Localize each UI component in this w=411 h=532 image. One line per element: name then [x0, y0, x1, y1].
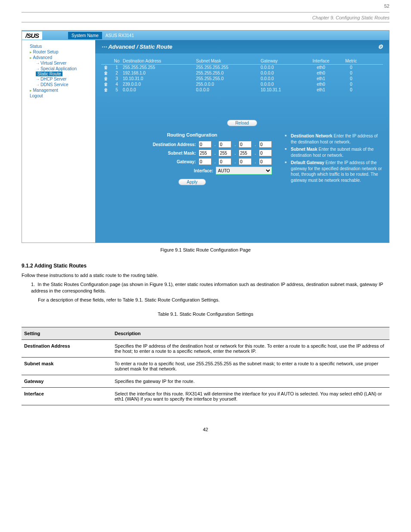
- sidebar-item-static-route[interactable]: Static Route: [36, 72, 62, 76]
- trash-icon[interactable]: 🗑: [104, 87, 108, 92]
- gateway-oct1[interactable]: [199, 158, 212, 165]
- th-description: Description: [112, 327, 389, 340]
- col-no: No: [111, 59, 123, 63]
- dest-addr-oct1[interactable]: [199, 141, 212, 148]
- routing-config-form: Routing Configuration Destination Addres…: [100, 132, 285, 185]
- gateway-oct2[interactable]: [218, 158, 231, 165]
- col-subnet-mask: Subnet Mask: [196, 59, 261, 63]
- reload-button[interactable]: Reload: [227, 120, 257, 126]
- help-panel: Destination Network Enter the IP address…: [285, 132, 385, 185]
- sidebar-item-logout[interactable]: Logout: [30, 93, 95, 99]
- sidebar-item-advanced[interactable]: Advanced: [30, 55, 95, 60]
- table-row: 🗑 1 255.255.255.255 255.255.255.255 0.0.…: [101, 65, 383, 70]
- sidebar-item-router-setup[interactable]: Router Setup: [30, 49, 95, 55]
- col-gateway: Gateway: [261, 59, 304, 63]
- dest-addr-oct4[interactable]: [259, 141, 272, 148]
- col-metric: Metric: [338, 59, 364, 63]
- page-bottom-number: 42: [22, 427, 389, 432]
- route-table: No Destination Address Subnet Mask Gatew…: [101, 58, 383, 93]
- sidebar-nav: Status Router Setup Advanced Virtual Ser…: [22, 40, 95, 243]
- dest-addr-oct3[interactable]: [239, 141, 252, 148]
- page-top-number: 52: [22, 0, 389, 12]
- gateway-label: Gateway:: [177, 159, 196, 164]
- breadcrumb: ⋯ Advanced / Static Route ⚙: [95, 40, 389, 53]
- section-heading-912: 9.1.2 Adding Static Routes: [22, 263, 389, 269]
- table-row: 🗑 5 0.0.0.0 0.0.0.0 10.10.31.1 eth1 0: [101, 87, 383, 93]
- chapter-header: Chapter 9. Configuring Static Routes: [22, 15, 389, 22]
- table-caption: Table 9.1. Static Route Configuration Se…: [22, 311, 389, 317]
- sidebar-item-dhcp-server[interactable]: DHCP Server: [30, 76, 95, 82]
- sidebar-item-ddns-service[interactable]: DDNS Service: [30, 82, 95, 87]
- sidebar-item-virtual-server[interactable]: Virtual Server: [30, 60, 95, 66]
- gateway-oct3[interactable]: [239, 158, 252, 165]
- trash-icon[interactable]: 🗑: [104, 71, 108, 75]
- table-row: 🗑 2 192.168.1.0 255.255.255.0 0.0.0.0 et…: [101, 70, 383, 76]
- col-dest-addr: Destination Address: [123, 59, 196, 63]
- system-name-label: System Name: [68, 32, 102, 39]
- subnet-oct4[interactable]: [259, 149, 272, 156]
- subnet-mask-label: Subnet Mask:: [168, 151, 196, 156]
- interface-select[interactable]: AUTO: [216, 167, 272, 174]
- trash-icon[interactable]: 🗑: [104, 76, 108, 81]
- dest-addr-label: Destination Address:: [153, 142, 196, 147]
- th-setting: Setting: [22, 327, 112, 340]
- sidebar-item-status[interactable]: Status: [30, 44, 95, 49]
- body-text: 1. In the Static Routes Configuration pa…: [22, 281, 389, 294]
- body-text: For a description of these fields, refer…: [22, 297, 389, 303]
- subnet-oct1[interactable]: [199, 149, 212, 156]
- apply-button[interactable]: Apply: [178, 179, 206, 185]
- brand-logo: /SUS: [22, 31, 42, 40]
- main-panel: ⋯ Advanced / Static Route ⚙ No Destinati…: [95, 40, 389, 243]
- dest-addr-oct2[interactable]: [218, 141, 231, 148]
- gateway-oct4[interactable]: [259, 158, 272, 165]
- settings-icon[interactable]: ⚙: [378, 44, 383, 50]
- table-row: 🗑 3 10.10.31.0 255.255.255.0 0.0.0.0 eth…: [101, 76, 383, 81]
- form-heading: Routing Configuration: [100, 132, 285, 137]
- trash-icon[interactable]: 🗑: [104, 82, 108, 87]
- settings-table: SettingDescription Destination AddressSp…: [22, 327, 389, 405]
- trash-icon[interactable]: 🗑: [104, 65, 108, 70]
- sidebar-item-special-application[interactable]: Special Application: [30, 66, 95, 72]
- body-text: Follow these instructions to add a stati…: [22, 272, 389, 279]
- sidebar-item-management[interactable]: Management: [30, 87, 95, 93]
- table-row: 🗑 4 239.0.0.0 255.0.0.0 0.0.0.0 eth0 0: [101, 81, 383, 87]
- interface-label: Interface:: [194, 168, 213, 173]
- subnet-oct3[interactable]: [239, 149, 252, 156]
- subnet-oct2[interactable]: [218, 149, 231, 156]
- system-name-value: ASUS RX3141: [102, 33, 134, 38]
- col-interface: Interface: [304, 59, 338, 63]
- config-screenshot: /SUS System Name ASUS RX3141 Status Rout…: [22, 30, 389, 243]
- figure-caption: Figure 9.1 Static Route Configuration Pa…: [22, 247, 389, 252]
